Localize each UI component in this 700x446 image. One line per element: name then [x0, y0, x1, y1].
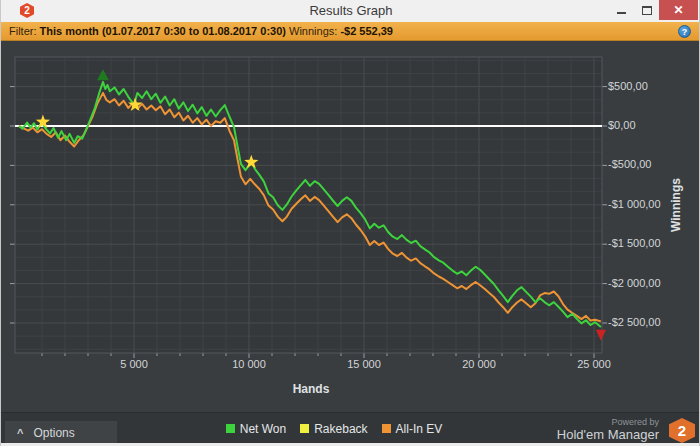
winnings-value: -$2 552,39: [340, 25, 393, 37]
winnings-label: Winnings:: [289, 25, 337, 37]
minimize-icon: [617, 12, 626, 14]
all-in-ev-swatch-icon: [382, 424, 391, 433]
holdem-manager-logo: 2: [669, 418, 695, 443]
minimize-button[interactable]: [609, 0, 633, 20]
y-tick-label: -$1 000,00: [608, 198, 698, 210]
legend-label: Net Won: [240, 422, 286, 436]
rakeback-swatch-icon: [300, 424, 309, 433]
y-tick-label: -$2 000,00: [608, 277, 698, 289]
y-tick-label: -$500,00: [608, 158, 698, 170]
x-tick-label: 5 000: [99, 358, 169, 370]
powered-by-label: Powered by: [557, 417, 659, 427]
results-graph-window: 2 Results Graph ✕ Filter: This month (01…: [0, 0, 700, 446]
legend-item-rakeback: Rakeback: [300, 422, 367, 436]
close-icon: ✕: [673, 0, 683, 20]
filter-bar: Filter: This month (01.07.2017 0:30 to 0…: [1, 22, 700, 41]
legend-label: Rakeback: [314, 422, 367, 436]
x-tick-label: 25 000: [559, 358, 629, 370]
title-bar[interactable]: 2 Results Graph ✕: [1, 0, 700, 22]
filter-prefix-label: Filter:: [9, 25, 37, 37]
y-tick-label: -$1 500,00: [608, 237, 698, 249]
bottom-bar: ^ Options Net Won Rakeback All-In EV Pow…: [1, 412, 700, 446]
close-button[interactable]: ✕: [659, 0, 698, 20]
maximize-icon: [642, 6, 652, 15]
net-won-swatch-icon: [226, 424, 235, 433]
y-axis-title: Winnings: [669, 170, 683, 240]
x-tick-label: 15 000: [329, 358, 399, 370]
legend-item-net-won: Net Won: [226, 422, 286, 436]
x-tick-label: 20 000: [444, 358, 514, 370]
x-axis-title: Hands: [271, 382, 351, 396]
brand-label: Hold'em Manager: [557, 427, 659, 442]
y-tick-label: -$2 500,00: [608, 316, 698, 328]
y-tick-label: $0,00: [608, 119, 698, 131]
y-tick-label: $500,00: [608, 80, 698, 92]
chart-region: $500,00$0,00-$500,00-$1 000,00-$1 500,00…: [1, 41, 700, 412]
window-title: Results Graph: [1, 3, 700, 18]
legend-item-all-in-ev: All-In EV: [382, 422, 443, 436]
plot-area[interactable]: [1, 41, 700, 412]
legend-label: All-In EV: [396, 422, 443, 436]
maximize-button[interactable]: [635, 0, 659, 20]
x-tick-label: 10 000: [214, 358, 284, 370]
filter-range-value: This month (01.07.2017 0:30 to 01.08.201…: [40, 25, 286, 37]
powered-by-block: Powered by Hold'em Manager: [557, 417, 659, 442]
help-icon[interactable]: ?: [678, 25, 691, 38]
